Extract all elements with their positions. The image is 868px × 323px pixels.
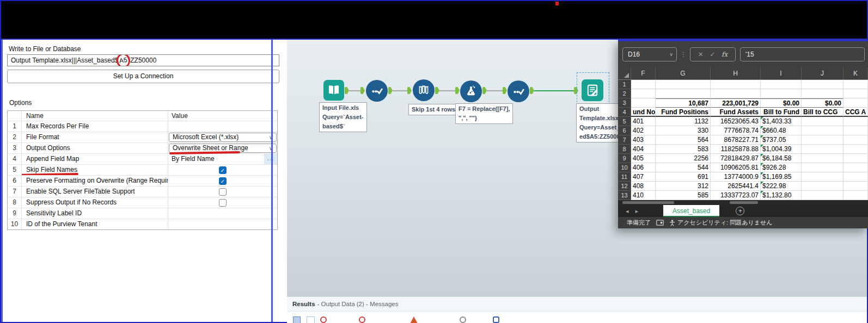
cell-F5[interactable]: 401 [631, 117, 656, 126]
prev-sheet-icon[interactable]: ◂ [626, 208, 635, 214]
row-header-3[interactable]: 3 [618, 98, 631, 108]
cell-K10[interactable] [843, 163, 868, 172]
scrollbar-thumb[interactable] [730, 201, 758, 204]
cell-H9[interactable]: 72818429.87 [711, 154, 761, 163]
cell-I13[interactable]: $1,132.80 [761, 191, 802, 200]
option-checkbox[interactable] [219, 188, 227, 196]
results-header[interactable]: Results- Output Data (2) - Messages [287, 297, 867, 307]
cell-F9[interactable]: 405 [631, 154, 656, 163]
cell-F10[interactable]: 406 [631, 163, 656, 172]
cell-J13[interactable] [802, 191, 843, 200]
cell-H4[interactable]: Fund Assets [711, 108, 761, 117]
cell-H11[interactable]: 13774000.9 [711, 172, 761, 182]
horizontal-scrollbar[interactable] [618, 200, 868, 205]
cell-F4[interactable]: und No. [631, 108, 656, 117]
option-checkbox[interactable] [219, 199, 227, 207]
cell-G2[interactable] [656, 89, 711, 98]
row-header-11[interactable]: 11 [618, 172, 631, 182]
chevron-down-icon[interactable]: ∨ [669, 52, 673, 57]
cell-G3[interactable]: 10,687 [656, 98, 711, 108]
cell-K12[interactable] [843, 182, 868, 191]
column-header-F[interactable]: F [631, 67, 656, 79]
cell-F2[interactable] [631, 89, 656, 98]
cell-I5[interactable]: $1,403.33 [761, 117, 802, 126]
cell-K13[interactable] [843, 191, 868, 200]
error-filter-icon[interactable] [320, 316, 327, 323]
cell-K7[interactable] [843, 135, 868, 145]
row-header-13[interactable]: 13 [618, 191, 631, 200]
ellipsis-button[interactable]: ... [264, 154, 277, 164]
row-header-4[interactable]: 4 [618, 108, 631, 117]
cell-F1[interactable] [631, 80, 656, 89]
select-all-corner[interactable] [618, 67, 631, 79]
row-header-6[interactable]: 6 [618, 126, 631, 135]
cell-F6[interactable]: 402 [631, 126, 656, 135]
cell-K8[interactable] [843, 145, 868, 154]
table-icon[interactable] [307, 316, 315, 323]
sheet-tab-asset-based[interactable]: Asset_based [663, 205, 719, 217]
cell-H10[interactable]: 10906205.81 [711, 163, 761, 172]
cell-G4[interactable]: Fund Positions [656, 108, 711, 117]
cell-H2[interactable] [711, 89, 761, 98]
formula-tool[interactable] [460, 80, 482, 102]
select-tool-2[interactable] [508, 80, 529, 102]
column-header-I[interactable]: I [761, 67, 802, 79]
conv-error-icon[interactable] [359, 316, 365, 323]
cell-name-box[interactable]: D16 ∨ [622, 47, 677, 61]
cell-I10[interactable]: $926.28 [761, 163, 802, 172]
cell-J1[interactable] [802, 80, 843, 89]
cell-I6[interactable]: $660.48 [761, 126, 802, 135]
output-data-tool[interactable] [582, 79, 603, 101]
spreadsheet-grid[interactable]: 12310,687223,001,729$0.00$0.004und No.Fu… [618, 80, 868, 200]
cell-G12[interactable]: 312 [656, 182, 711, 191]
cell-G8[interactable]: 583 [656, 145, 711, 154]
cell-J7[interactable] [802, 135, 843, 145]
cell-I11[interactable]: $1,169.85 [761, 172, 802, 182]
cell-H13[interactable]: 13337723.07 [711, 191, 761, 200]
next-sheet-icon[interactable]: ▸ [635, 208, 645, 214]
cell-H8[interactable]: 11825878.88 [711, 145, 761, 154]
cell-K5[interactable] [843, 117, 868, 126]
cell-J6[interactable] [802, 126, 843, 135]
cell-G6[interactable]: 330 [656, 126, 711, 135]
grid-view-icon[interactable] [293, 316, 301, 323]
cell-J10[interactable] [802, 163, 843, 172]
row-header-2[interactable]: 2 [618, 89, 631, 98]
cell-I7[interactable]: $737.05 [761, 135, 802, 145]
row-header-9[interactable]: 9 [618, 154, 631, 163]
cell-I12[interactable]: $222.98 [761, 182, 802, 191]
cell-J2[interactable] [802, 89, 843, 98]
cell-I2[interactable] [761, 89, 802, 98]
row-header-7[interactable]: 7 [618, 135, 631, 145]
column-header-K[interactable]: K [843, 67, 868, 79]
cell-J9[interactable] [802, 154, 843, 163]
cell-G1[interactable] [656, 80, 711, 89]
cell-I3[interactable]: $0.00 [761, 98, 802, 108]
setup-connection-button[interactable]: Set Up a Connection [7, 70, 279, 83]
cell-H7[interactable]: 8678227.71 [711, 135, 761, 145]
cell-J11[interactable] [802, 172, 843, 182]
cell-I9[interactable]: $6,184.58 [761, 154, 802, 163]
output-path-input[interactable]: Output Template.xlsx|||Asset_based$A5:ZZ… [7, 54, 279, 66]
cell-K3[interactable] [843, 98, 868, 108]
input-data-tool[interactable] [323, 80, 344, 101]
cell-G9[interactable]: 2256 [656, 154, 711, 163]
input-tool-annotation[interactable]: Input File.xls Query=`Asset- based$` [319, 102, 367, 132]
cell-J3[interactable]: $0.00 [802, 98, 843, 108]
cell-J4[interactable]: Bill to CCG [802, 108, 843, 117]
row-header-8[interactable]: 8 [618, 145, 631, 154]
cell-K2[interactable] [843, 89, 868, 98]
cell-G7[interactable]: 564 [656, 135, 711, 145]
macro-record-icon[interactable] [656, 220, 664, 226]
cell-J5[interactable] [802, 117, 843, 126]
column-header-G[interactable]: G [656, 67, 711, 79]
cell-I8[interactable]: $1,004.39 [761, 145, 802, 154]
column-header-J[interactable]: J [802, 67, 843, 79]
cell-F8[interactable]: 404 [631, 145, 656, 154]
cell-F11[interactable]: 407 [631, 172, 656, 182]
cell-J8[interactable] [802, 145, 843, 154]
accessibility-status[interactable]: アクセシビリティ: 問題ありません [669, 219, 772, 227]
column-header-H[interactable]: H [711, 67, 761, 79]
add-sheet-icon[interactable]: + [736, 207, 744, 215]
row-header-5[interactable]: 5 [618, 117, 631, 126]
